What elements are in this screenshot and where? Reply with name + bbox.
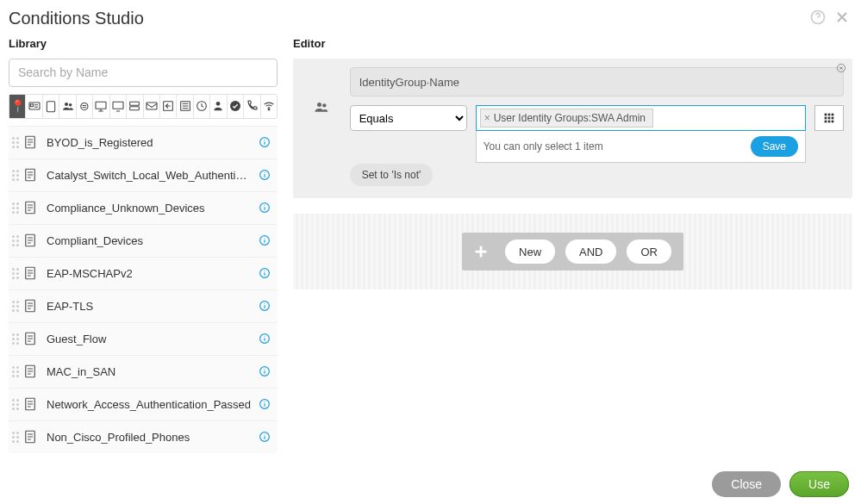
help-icon[interactable] [809, 9, 827, 28]
drag-handle-icon[interactable] [9, 268, 19, 279]
svg-rect-58 [828, 121, 831, 123]
svg-point-16 [230, 101, 240, 111]
library-item-label: BYOD_is_Registered [41, 136, 252, 149]
library-item[interactable]: BYOD_is_Registered [9, 127, 278, 159]
attribute-value: IdentityGroup·Name [359, 76, 459, 89]
add-condition-zone: New AND OR [293, 214, 852, 289]
document-icon [19, 167, 41, 183]
dropdown-hint: You can only select 1 item [484, 140, 603, 152]
filter-collapse-icon[interactable] [160, 95, 177, 118]
drag-handle-icon[interactable] [9, 432, 19, 443]
plus-icon[interactable] [462, 233, 500, 271]
library-item[interactable]: Compliant_Devices [9, 225, 278, 258]
info-icon[interactable] [252, 430, 278, 444]
library-item[interactable]: Catalyst_Switch_Local_Web_Authentication [9, 159, 278, 192]
svg-point-15 [216, 102, 221, 106]
info-icon[interactable] [252, 364, 278, 378]
filter-display-icon[interactable] [110, 95, 127, 118]
svg-rect-59 [832, 121, 834, 123]
value-input-box[interactable]: × User Identity Groups:SWA Admin [476, 105, 806, 131]
document-icon [19, 429, 41, 445]
svg-point-6 [68, 103, 71, 106]
drag-handle-icon[interactable] [9, 137, 19, 148]
svg-rect-10 [130, 107, 140, 110]
filter-person-icon[interactable] [210, 95, 227, 118]
svg-rect-3 [30, 104, 33, 107]
document-icon [19, 134, 41, 150]
condition-box: IdentityGroup·Name Equals [293, 59, 852, 198]
close-icon[interactable] [833, 9, 851, 28]
search-input[interactable] [9, 59, 278, 87]
svg-rect-57 [825, 121, 827, 123]
library-item[interactable]: Guest_Flow [9, 323, 278, 356]
info-icon[interactable] [252, 299, 278, 313]
filter-globe-icon[interactable]: ⊜ [77, 95, 93, 118]
library-item[interactable]: Non_Cisco_Profiled_Phones [9, 421, 278, 453]
library-item[interactable]: MAC_in_SAN [9, 356, 278, 389]
library-list: BYOD_is_Registered Catalyst_Switch_Local… [9, 126, 278, 453]
save-button[interactable]: Save [751, 136, 798, 157]
info-icon[interactable] [252, 266, 278, 280]
info-icon[interactable] [252, 397, 278, 411]
drag-handle-icon[interactable] [9, 235, 19, 246]
or-button[interactable]: OR [627, 240, 671, 264]
value-token-text: User Identity Groups:SWA Admin [494, 112, 646, 124]
filter-phone-icon[interactable] [244, 95, 260, 118]
library-item[interactable]: Network_Access_Authentication_Passed [9, 389, 278, 421]
document-icon [19, 331, 41, 346]
info-icon[interactable] [252, 332, 278, 345]
use-button[interactable]: Use [789, 471, 849, 497]
svg-point-32 [264, 271, 265, 271]
info-icon[interactable] [252, 135, 278, 149]
filter-check-circle-icon[interactable] [228, 95, 244, 118]
library-item[interactable]: EAP-MSCHAPv2 [9, 258, 278, 290]
filter-group-icon[interactable] [59, 95, 76, 118]
svg-rect-8 [113, 103, 123, 109]
close-button[interactable]: Close [712, 471, 781, 497]
new-button[interactable]: New [505, 240, 555, 264]
operator-select[interactable]: Equals [350, 105, 467, 131]
document-icon [19, 396, 41, 412]
document-icon [19, 265, 41, 281]
library-item[interactable]: EAP-TLS [9, 290, 278, 323]
drag-handle-icon[interactable] [9, 399, 19, 410]
editor-heading: Editor [293, 34, 852, 59]
info-icon[interactable] [252, 201, 278, 215]
filter-id-card-icon[interactable] [26, 95, 42, 118]
remove-condition-icon[interactable] [835, 62, 847, 77]
library-item[interactable]: Compliance_Unknown_Devices [9, 192, 278, 225]
svg-point-20 [264, 140, 265, 140]
and-button[interactable]: AND [565, 240, 616, 264]
info-icon[interactable] [252, 168, 278, 182]
document-icon [19, 233, 41, 248]
filter-pin-icon[interactable]: 📍 [9, 95, 26, 118]
library-item-label: Compliance_Unknown_Devices [41, 202, 252, 215]
value-input[interactable] [653, 107, 805, 129]
library-heading: Library [9, 34, 278, 59]
library-item-label: EAP-MSCHAPv2 [41, 267, 252, 280]
drag-handle-icon[interactable] [9, 170, 19, 181]
filter-wifi-icon[interactable] [261, 95, 277, 118]
document-icon [19, 364, 41, 379]
filter-device-icon[interactable] [43, 95, 59, 118]
value-picker-button[interactable] [814, 105, 844, 131]
svg-point-1 [818, 21, 819, 22]
drag-handle-icon[interactable] [9, 333, 19, 345]
filter-desktop-icon[interactable] [93, 95, 109, 118]
svg-point-38 [264, 336, 265, 337]
drag-handle-icon[interactable] [9, 301, 19, 312]
drag-handle-icon[interactable] [9, 366, 19, 377]
svg-rect-51 [825, 114, 827, 116]
info-icon[interactable] [252, 233, 278, 247]
svg-point-41 [264, 369, 265, 370]
set-is-not-button[interactable]: Set to 'Is not' [350, 164, 434, 186]
value-token[interactable]: × User Identity Groups:SWA Admin [480, 109, 653, 128]
filter-mail-icon[interactable] [144, 95, 160, 118]
svg-point-29 [264, 238, 265, 239]
filter-clock-icon[interactable] [194, 95, 210, 118]
token-remove-icon[interactable]: × [484, 112, 494, 124]
filter-server-icon[interactable] [127, 95, 143, 118]
drag-handle-icon[interactable] [9, 202, 19, 214]
filter-list-icon[interactable] [177, 95, 193, 118]
attribute-field[interactable]: IdentityGroup·Name [350, 67, 844, 96]
